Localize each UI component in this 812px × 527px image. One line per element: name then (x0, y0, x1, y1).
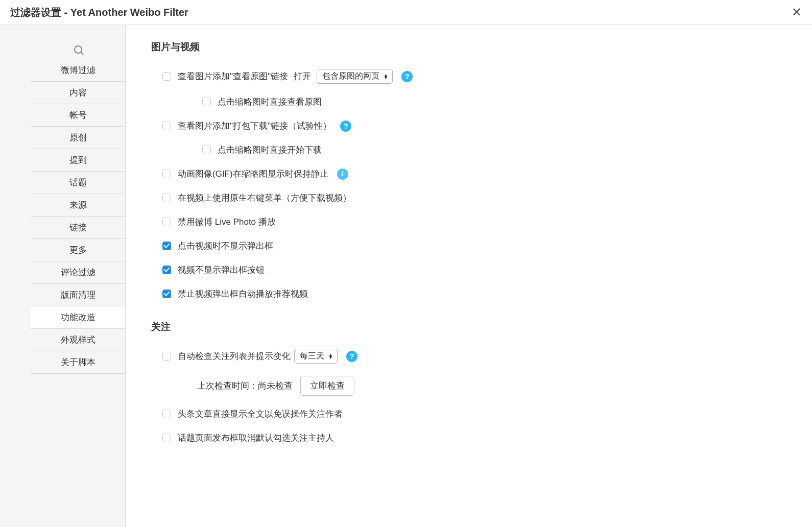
checkbox-click-thumbnail-view[interactable] (202, 98, 211, 106)
option-headline-fulltext: 头条文章直接显示全文以免误操作关注作者 (151, 402, 797, 426)
checkbox-video-no-popup[interactable] (162, 242, 171, 250)
sidebar-item-label: 版面清理 (61, 289, 95, 301)
section-title-follow: 关注 (151, 320, 797, 333)
check-now-button[interactable]: 立即检查 (300, 376, 354, 396)
option-native-context: 在视频上使用原生右键菜单（方便下载视频） (151, 186, 797, 210)
sidebar: 微博过滤 内容 帐号 原创 提到 话题 来源 链接 更多 评论过滤 版面清理 功… (0, 25, 125, 527)
checkbox-view-original[interactable] (162, 72, 171, 81)
main-content: 图片与视频 查看图片添加"查看原图"链接 打开 包含原图的网页 ▲▼ ? 点击缩… (125, 25, 812, 527)
option-video-no-popup: 点击视频时不显示弹出框 (151, 234, 797, 258)
search-icon (74, 45, 82, 54)
sidebar-item-layout-clean[interactable]: 版面清理 (31, 284, 125, 306)
info-icon[interactable]: i (337, 169, 348, 180)
option-view-original: 查看图片添加"查看原图"链接 打开 包含原图的网页 ▲▼ ? (151, 63, 797, 90)
sidebar-item-label: 微博过滤 (61, 64, 95, 76)
sidebar-search[interactable] (31, 40, 125, 59)
sidebar-item-label: 链接 (69, 222, 87, 233)
option-auto-check: 自动检查关注列表并提示变化 每三天 ▲▼ ? (151, 343, 797, 370)
sidebar-item-label: 关于脚本 (61, 356, 95, 368)
checkbox-native-context[interactable] (162, 194, 171, 202)
checkbox-download-link[interactable] (162, 122, 171, 130)
option-label: 在视频上使用原生右键菜单（方便下载视频） (178, 192, 351, 204)
option-disable-livephoto: 禁用微博 Live Photo 播放 (151, 210, 797, 234)
sidebar-item-appearance[interactable]: 外观样式 (31, 329, 125, 351)
sidebar-item-comment-filter[interactable]: 评论过滤 (31, 261, 125, 284)
last-check-status: 上次检查时间：尚未检查 (197, 380, 293, 392)
option-label: 话题页面发布框取消默认勾选关注主持人 (178, 432, 334, 444)
option-label: 查看图片添加"查看原图"链接 (178, 70, 288, 82)
option-click-thumbnail-view: 点击缩略图时直接查看原图 (151, 90, 797, 114)
sidebar-item-label: 内容 (69, 87, 87, 99)
sidebar-item-topic[interactable]: 话题 (31, 172, 125, 194)
option-no-autoplay-recommend: 禁止视频弹出框自动播放推荐视频 (151, 282, 797, 306)
option-topic-uncheck: 话题页面发布框取消默认勾选关注主持人 (151, 426, 797, 450)
option-gif-still: 动画图像(GIF)在缩略图显示时保持静止 i (151, 162, 797, 186)
sidebar-item-label: 来源 (69, 199, 87, 211)
sidebar-item-more[interactable]: 更多 (31, 239, 125, 261)
help-icon[interactable]: ? (346, 351, 357, 362)
sidebar-item-label: 功能改造 (61, 312, 95, 323)
option-click-thumbnail-download: 点击缩略图时直接开始下载 (151, 138, 797, 162)
select-value: 每三天 (300, 351, 324, 362)
sidebar-item-weibo-filter[interactable]: 微博过滤 (31, 59, 125, 82)
option-label: 禁用微博 Live Photo 播放 (178, 216, 276, 228)
last-check-row: 上次检查时间：尚未检查 立即检查 (151, 370, 797, 402)
checkbox-no-autoplay-recommend[interactable] (162, 290, 171, 298)
option-label: 禁止视频弹出框自动播放推荐视频 (178, 288, 308, 300)
checkbox-video-no-popup-btn[interactable] (162, 266, 171, 274)
sidebar-item-label: 评论过滤 (61, 267, 95, 278)
sidebar-item-label: 话题 (69, 177, 87, 188)
option-video-no-popup-btn: 视频不显示弹出框按钮 (151, 258, 797, 282)
option-label: 点击视频时不显示弹出框 (178, 240, 273, 252)
dialog-body: 微博过滤 内容 帐号 原创 提到 话题 来源 链接 更多 评论过滤 版面清理 功… (0, 25, 812, 527)
checkbox-gif-still[interactable] (162, 170, 171, 178)
option-download-link: 查看图片添加"打包下载"链接（试验性） ? (151, 114, 797, 138)
sidebar-item-label: 原创 (69, 132, 87, 143)
section-title-media: 图片与视频 (151, 40, 797, 54)
help-icon[interactable]: ? (340, 121, 351, 132)
chevron-updown-icon: ▲▼ (328, 354, 333, 359)
checkbox-topic-uncheck[interactable] (162, 434, 171, 442)
sidebar-item-about[interactable]: 关于脚本 (31, 351, 125, 374)
option-label: 自动检查关注列表并提示变化 (178, 350, 291, 362)
open-label: 打开 (294, 70, 311, 82)
chevron-updown-icon: ▲▼ (384, 74, 388, 79)
option-label: 点击缩略图时直接开始下载 (218, 144, 322, 156)
help-icon[interactable]: ? (401, 71, 413, 82)
checkbox-headline-fulltext[interactable] (162, 410, 171, 418)
checkbox-auto-check[interactable] (162, 352, 171, 361)
sidebar-item-source[interactable]: 来源 (31, 194, 125, 217)
sidebar-item-label: 更多 (69, 244, 87, 256)
option-label: 头条文章直接显示全文以免误操作关注作者 (178, 408, 343, 420)
close-icon[interactable]: ✕ (792, 5, 802, 19)
option-label: 动画图像(GIF)在缩略图显示时保持静止 (178, 168, 328, 180)
sidebar-item-label: 提到 (69, 154, 87, 166)
option-label: 视频不显示弹出框按钮 (178, 264, 265, 276)
sidebar-item-label: 外观样式 (61, 334, 95, 346)
select-check-interval[interactable]: 每三天 ▲▼ (294, 349, 338, 364)
sidebar-item-label: 帐号 (69, 109, 87, 121)
sidebar-item-original[interactable]: 原创 (31, 127, 125, 149)
option-label: 点击缩略图时直接查看原图 (218, 96, 322, 108)
select-value: 包含原图的网页 (322, 71, 379, 82)
select-open-mode[interactable]: 包含原图的网页 ▲▼ (317, 69, 393, 84)
option-label: 查看图片添加"打包下载"链接（试验性） (178, 120, 331, 132)
sidebar-item-link[interactable]: 链接 (31, 217, 125, 239)
sidebar-item-account[interactable]: 帐号 (31, 104, 125, 127)
dialog-header: 过滤器设置 - Yet Another Weibo Filter ✕ (0, 0, 812, 25)
sidebar-item-mention[interactable]: 提到 (31, 149, 125, 172)
sidebar-item-feature[interactable]: 功能改造 (31, 306, 125, 329)
checkbox-click-thumbnail-download[interactable] (202, 146, 211, 154)
sidebar-item-content[interactable]: 内容 (31, 82, 125, 104)
dialog-title: 过滤器设置 - Yet Another Weibo Filter (10, 6, 188, 19)
checkbox-disable-livephoto[interactable] (162, 218, 171, 226)
